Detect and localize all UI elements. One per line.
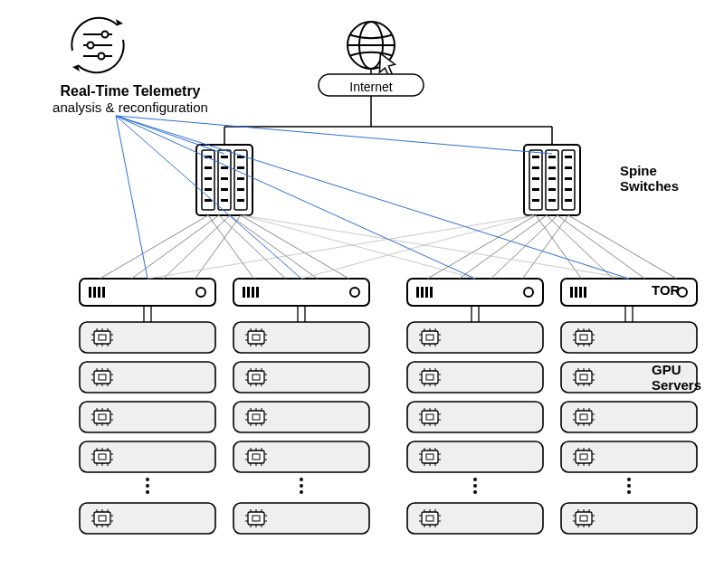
svg-rect-313: [576, 371, 592, 384]
internet-label: Internet: [335, 80, 407, 94]
svg-rect-37: [532, 177, 539, 180]
svg-rect-352: [576, 512, 592, 525]
svg-rect-44: [548, 188, 556, 191]
svg-line-92: [243, 215, 475, 279]
ellipsis-dot: [627, 490, 631, 494]
gpu-server: [233, 441, 369, 472]
svg-rect-205: [248, 450, 264, 463]
svg-line-78: [164, 215, 231, 279]
spine-switch: [524, 145, 580, 215]
svg-line-365: [116, 116, 552, 154]
telemetry-icon: [71, 18, 123, 72]
svg-line-79: [195, 215, 242, 279]
spine-label: SpineSwitches: [620, 163, 679, 194]
ellipsis-dot: [146, 484, 149, 488]
tor-switch: [233, 279, 369, 306]
svg-rect-62: [256, 287, 259, 298]
svg-rect-61: [252, 287, 254, 298]
svg-rect-17: [205, 166, 212, 169]
gpu-server: [407, 322, 543, 353]
svg-rect-99: [94, 331, 110, 344]
ellipsis-dot: [146, 478, 149, 481]
ellipsis-dot: [627, 478, 631, 481]
svg-rect-31: [237, 188, 244, 191]
svg-line-76: [100, 215, 209, 279]
svg-line-80: [208, 215, 254, 279]
svg-rect-55: [98, 287, 100, 298]
svg-rect-74: [584, 287, 586, 298]
svg-point-11: [88, 43, 94, 49]
svg-rect-51: [565, 199, 572, 202]
gpu-label: GPUServers: [652, 362, 701, 393]
svg-rect-179: [248, 371, 264, 384]
svg-rect-47: [565, 156, 572, 158]
svg-rect-72: [575, 287, 577, 298]
gpu-server: [407, 402, 543, 432]
svg-line-364: [116, 116, 224, 154]
svg-rect-59: [243, 287, 245, 298]
svg-rect-66: [421, 287, 424, 298]
gpu-server: [233, 402, 369, 432]
svg-rect-23: [221, 166, 228, 169]
svg-rect-42: [548, 166, 556, 169]
ellipsis-dot: [627, 484, 631, 488]
svg-line-95: [301, 215, 534, 279]
svg-point-9: [102, 32, 109, 38]
ellipsis-dot: [473, 478, 477, 481]
ellipsis-dot: [300, 478, 303, 481]
svg-line-84: [428, 215, 537, 279]
svg-line-89: [547, 215, 614, 279]
svg-rect-151: [94, 512, 110, 525]
svg-line-82: [230, 215, 318, 279]
svg-rect-53: [89, 287, 91, 298]
gpu-server: [80, 503, 215, 534]
spine-switch: [196, 145, 252, 215]
telemetry-title: Real-Time Telemetry: [40, 83, 221, 100]
svg-rect-43: [548, 177, 556, 180]
svg-rect-19: [205, 188, 212, 191]
svg-rect-65: [416, 287, 419, 298]
svg-line-366: [116, 116, 148, 279]
svg-rect-73: [579, 287, 582, 298]
svg-rect-36: [532, 166, 539, 169]
svg-rect-30: [237, 177, 244, 180]
svg-rect-41: [548, 156, 556, 158]
svg-line-86: [491, 215, 558, 279]
svg-rect-24: [221, 177, 228, 180]
ellipsis-dot: [300, 484, 303, 488]
svg-rect-50: [565, 188, 572, 191]
svg-rect-71: [570, 287, 573, 298]
svg-rect-272: [422, 450, 438, 463]
tor-switch: [407, 279, 543, 306]
svg-rect-300: [576, 331, 592, 344]
svg-rect-246: [422, 371, 438, 384]
svg-rect-26: [221, 199, 228, 202]
svg-rect-326: [576, 411, 592, 423]
gpu-server: [561, 402, 697, 432]
svg-rect-192: [248, 411, 264, 423]
gpu-server: [561, 322, 697, 353]
gpu-server: [407, 441, 543, 472]
gpu-server: [561, 503, 697, 534]
svg-rect-125: [94, 411, 110, 423]
gpu-server: [80, 441, 215, 472]
svg-rect-45: [548, 199, 556, 202]
svg-rect-22: [221, 156, 228, 158]
svg-rect-339: [576, 450, 592, 463]
svg-line-91: [568, 215, 677, 279]
svg-line-88: [536, 215, 582, 279]
svg-line-367: [116, 116, 301, 279]
ellipsis-dot: [473, 490, 477, 494]
svg-rect-68: [430, 287, 433, 298]
svg-line-81: [219, 215, 286, 279]
gpu-server: [80, 362, 215, 393]
svg-rect-112: [94, 371, 110, 384]
svg-rect-39: [532, 199, 539, 202]
gpu-server: [80, 402, 215, 432]
svg-rect-38: [532, 188, 539, 191]
svg-rect-166: [248, 331, 264, 344]
svg-rect-25: [221, 188, 228, 191]
ellipsis-dot: [473, 484, 477, 488]
svg-rect-60: [247, 287, 250, 298]
globe-icon: [348, 22, 395, 76]
